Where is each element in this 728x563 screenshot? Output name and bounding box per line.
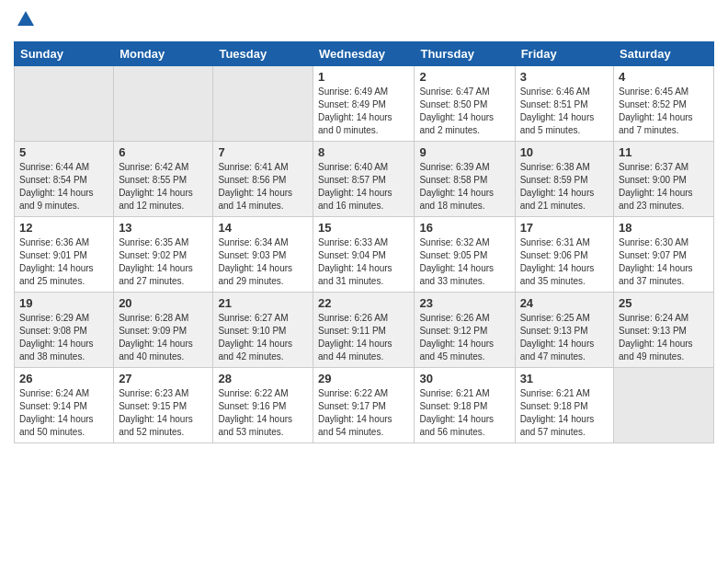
day-info: Sunrise: 6:40 AMSunset: 8:57 PMDaylight:… bbox=[318, 161, 409, 213]
day-cell: 18Sunrise: 6:30 AMSunset: 9:07 PMDayligh… bbox=[614, 217, 714, 293]
svg-marker-0 bbox=[17, 11, 34, 26]
day-number: 14 bbox=[218, 221, 308, 235]
day-info: Sunrise: 6:37 AMSunset: 9:00 PMDaylight:… bbox=[619, 161, 709, 213]
day-info: Sunrise: 6:29 AMSunset: 9:08 PMDaylight:… bbox=[19, 312, 108, 363]
day-cell: 14Sunrise: 6:34 AMSunset: 9:03 PMDayligh… bbox=[213, 217, 313, 293]
day-info: Sunrise: 6:45 AMSunset: 8:52 PMDaylight:… bbox=[619, 86, 709, 137]
day-info: Sunrise: 6:33 AMSunset: 9:04 PMDaylight:… bbox=[318, 236, 409, 288]
day-number: 19 bbox=[19, 296, 108, 310]
day-cell bbox=[114, 66, 213, 142]
day-number: 6 bbox=[119, 145, 208, 159]
day-cell: 3Sunrise: 6:46 AMSunset: 8:51 PMDaylight… bbox=[515, 66, 613, 142]
col-header-saturday: Saturday bbox=[614, 42, 714, 66]
day-info: Sunrise: 6:39 AMSunset: 8:58 PMDaylight:… bbox=[419, 161, 509, 213]
day-cell: 31Sunrise: 6:21 AMSunset: 9:18 PMDayligh… bbox=[515, 368, 613, 443]
day-number: 16 bbox=[419, 221, 509, 235]
day-info: Sunrise: 6:34 AMSunset: 9:03 PMDaylight:… bbox=[218, 236, 308, 288]
day-cell: 22Sunrise: 6:26 AMSunset: 9:11 PMDayligh… bbox=[313, 293, 415, 368]
day-number: 20 bbox=[119, 296, 208, 310]
day-number: 29 bbox=[318, 372, 409, 385]
day-info: Sunrise: 6:24 AMSunset: 9:13 PMDaylight:… bbox=[619, 312, 709, 363]
col-header-wednesday: Wednesday bbox=[313, 42, 415, 66]
week-row-3: 12Sunrise: 6:36 AMSunset: 9:01 PMDayligh… bbox=[15, 217, 714, 293]
day-number: 31 bbox=[520, 372, 609, 385]
day-info: Sunrise: 6:22 AMSunset: 9:17 PMDaylight:… bbox=[318, 387, 409, 439]
day-info: Sunrise: 6:25 AMSunset: 9:13 PMDaylight:… bbox=[520, 312, 609, 363]
day-cell: 6Sunrise: 6:42 AMSunset: 8:55 PMDaylight… bbox=[114, 142, 213, 217]
day-number: 13 bbox=[119, 221, 208, 235]
calendar-page: SundayMondayTuesdayWednesdayThursdayFrid… bbox=[0, 0, 728, 563]
day-info: Sunrise: 6:30 AMSunset: 9:07 PMDaylight:… bbox=[619, 236, 709, 288]
day-cell: 9Sunrise: 6:39 AMSunset: 8:58 PMDaylight… bbox=[415, 142, 515, 217]
week-row-4: 19Sunrise: 6:29 AMSunset: 9:08 PMDayligh… bbox=[15, 293, 714, 368]
day-cell: 1Sunrise: 6:49 AMSunset: 8:49 PMDaylight… bbox=[313, 66, 415, 142]
day-number: 2 bbox=[419, 70, 509, 84]
day-number: 23 bbox=[419, 296, 509, 310]
day-cell: 5Sunrise: 6:44 AMSunset: 8:54 PMDaylight… bbox=[15, 142, 114, 217]
calendar-header-row: SundayMondayTuesdayWednesdayThursdayFrid… bbox=[15, 42, 714, 66]
day-cell: 10Sunrise: 6:38 AMSunset: 8:59 PMDayligh… bbox=[515, 142, 613, 217]
day-number: 22 bbox=[318, 296, 409, 310]
day-number: 11 bbox=[619, 145, 709, 159]
day-info: Sunrise: 6:38 AMSunset: 8:59 PMDaylight:… bbox=[520, 161, 609, 213]
day-info: Sunrise: 6:46 AMSunset: 8:51 PMDaylight:… bbox=[520, 86, 609, 137]
day-info: Sunrise: 6:28 AMSunset: 9:09 PMDaylight:… bbox=[119, 312, 208, 363]
day-number: 1 bbox=[318, 70, 409, 84]
logo-icon bbox=[16, 9, 36, 29]
day-cell: 2Sunrise: 6:47 AMSunset: 8:50 PMDaylight… bbox=[415, 66, 515, 142]
day-info: Sunrise: 6:49 AMSunset: 8:49 PMDaylight:… bbox=[318, 86, 409, 137]
day-cell: 17Sunrise: 6:31 AMSunset: 9:06 PMDayligh… bbox=[515, 217, 613, 293]
col-header-friday: Friday bbox=[515, 42, 613, 66]
day-number: 26 bbox=[19, 372, 108, 385]
day-number: 17 bbox=[520, 221, 609, 235]
week-row-2: 5Sunrise: 6:44 AMSunset: 8:54 PMDaylight… bbox=[15, 142, 714, 217]
day-cell bbox=[213, 66, 313, 142]
day-number: 21 bbox=[218, 296, 308, 310]
day-info: Sunrise: 6:36 AMSunset: 9:01 PMDaylight:… bbox=[19, 236, 108, 288]
day-cell: 30Sunrise: 6:21 AMSunset: 9:18 PMDayligh… bbox=[415, 368, 515, 443]
day-cell: 16Sunrise: 6:32 AMSunset: 9:05 PMDayligh… bbox=[415, 217, 515, 293]
calendar-table: SundayMondayTuesdayWednesdayThursdayFrid… bbox=[14, 41, 714, 443]
day-number: 15 bbox=[318, 221, 409, 235]
day-info: Sunrise: 6:44 AMSunset: 8:54 PMDaylight:… bbox=[19, 161, 108, 213]
day-info: Sunrise: 6:35 AMSunset: 9:02 PMDaylight:… bbox=[119, 236, 208, 288]
day-info: Sunrise: 6:23 AMSunset: 9:15 PMDaylight:… bbox=[119, 387, 208, 439]
day-cell: 11Sunrise: 6:37 AMSunset: 9:00 PMDayligh… bbox=[614, 142, 714, 217]
day-number: 8 bbox=[318, 145, 409, 159]
day-number: 10 bbox=[520, 145, 609, 159]
day-cell: 26Sunrise: 6:24 AMSunset: 9:14 PMDayligh… bbox=[15, 368, 114, 443]
day-cell: 20Sunrise: 6:28 AMSunset: 9:09 PMDayligh… bbox=[114, 293, 213, 368]
day-cell: 15Sunrise: 6:33 AMSunset: 9:04 PMDayligh… bbox=[313, 217, 415, 293]
week-row-5: 26Sunrise: 6:24 AMSunset: 9:14 PMDayligh… bbox=[15, 368, 714, 443]
day-info: Sunrise: 6:47 AMSunset: 8:50 PMDaylight:… bbox=[419, 86, 509, 137]
day-number: 30 bbox=[419, 372, 509, 385]
day-cell: 27Sunrise: 6:23 AMSunset: 9:15 PMDayligh… bbox=[114, 368, 213, 443]
day-info: Sunrise: 6:21 AMSunset: 9:18 PMDaylight:… bbox=[419, 387, 509, 439]
day-cell: 25Sunrise: 6:24 AMSunset: 9:13 PMDayligh… bbox=[614, 293, 714, 368]
day-cell: 7Sunrise: 6:41 AMSunset: 8:56 PMDaylight… bbox=[213, 142, 313, 217]
day-info: Sunrise: 6:21 AMSunset: 9:18 PMDaylight:… bbox=[520, 387, 609, 439]
day-info: Sunrise: 6:24 AMSunset: 9:14 PMDaylight:… bbox=[19, 387, 108, 439]
day-number: 9 bbox=[419, 145, 509, 159]
day-number: 12 bbox=[19, 221, 108, 235]
day-number: 5 bbox=[19, 145, 108, 159]
day-info: Sunrise: 6:26 AMSunset: 9:12 PMDaylight:… bbox=[419, 312, 509, 363]
header bbox=[14, 9, 714, 34]
day-info: Sunrise: 6:26 AMSunset: 9:11 PMDaylight:… bbox=[318, 312, 409, 363]
day-cell: 12Sunrise: 6:36 AMSunset: 9:01 PMDayligh… bbox=[15, 217, 114, 293]
day-cell: 13Sunrise: 6:35 AMSunset: 9:02 PMDayligh… bbox=[114, 217, 213, 293]
day-cell: 28Sunrise: 6:22 AMSunset: 9:16 PMDayligh… bbox=[213, 368, 313, 443]
day-cell: 19Sunrise: 6:29 AMSunset: 9:08 PMDayligh… bbox=[15, 293, 114, 368]
day-cell: 21Sunrise: 6:27 AMSunset: 9:10 PMDayligh… bbox=[213, 293, 313, 368]
day-number: 24 bbox=[520, 296, 609, 310]
col-header-tuesday: Tuesday bbox=[213, 42, 313, 66]
day-cell: 8Sunrise: 6:40 AMSunset: 8:57 PMDaylight… bbox=[313, 142, 415, 217]
col-header-sunday: Sunday bbox=[15, 42, 114, 66]
logo bbox=[14, 13, 36, 34]
day-number: 25 bbox=[619, 296, 709, 310]
day-cell: 29Sunrise: 6:22 AMSunset: 9:17 PMDayligh… bbox=[313, 368, 415, 443]
day-cell: 4Sunrise: 6:45 AMSunset: 8:52 PMDaylight… bbox=[614, 66, 714, 142]
day-number: 28 bbox=[218, 372, 308, 385]
day-number: 3 bbox=[520, 70, 609, 84]
day-info: Sunrise: 6:27 AMSunset: 9:10 PMDaylight:… bbox=[218, 312, 308, 363]
